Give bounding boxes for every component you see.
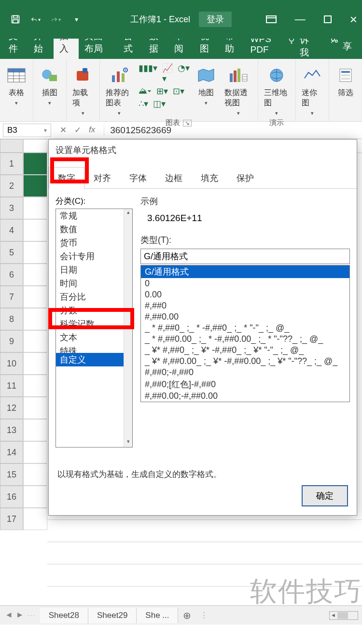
pivotchart-button[interactable]: 数据透视图 <box>223 63 253 118</box>
formula-input[interactable]: 360125623669 <box>104 125 362 136</box>
row-header[interactable]: 16 <box>0 486 23 508</box>
group-demo-label: 演示 <box>269 118 284 127</box>
row-header[interactable]: 9 <box>0 330 23 352</box>
row-header[interactable]: 5 <box>0 241 23 264</box>
type-item-selected[interactable]: G/通用格式 <box>141 266 349 278</box>
type-item[interactable]: _ ¥* #,##0.00_ ;_ ¥* -#,##0.00_ ;_ ¥* "-… <box>141 356 349 367</box>
row-header[interactable]: 17 <box>0 508 23 530</box>
dlg-tab-align[interactable]: 对齐 <box>84 167 120 189</box>
dlg-tab-number[interactable]: 数字 <box>49 167 84 189</box>
dlg-tab-fill[interactable]: 填充 <box>192 167 227 189</box>
svg-rect-27 <box>230 73 233 82</box>
category-item[interactable]: 会计专用 <box>56 250 132 263</box>
close-icon[interactable]: × <box>350 12 357 27</box>
type-item[interactable]: #,##0 <box>141 300 349 311</box>
tab-scroll-left-icon[interactable]: ◄ <box>5 610 13 620</box>
minimize-icon[interactable]: — <box>295 13 306 26</box>
shapes-icon <box>39 65 60 86</box>
tables-button[interactable]: 表格 <box>4 63 29 108</box>
line-chart-icon[interactable]: 📈▾ <box>162 63 173 84</box>
type-item[interactable]: _ ¥* #,##0_ ;_ ¥* -#,##0_ ;_ ¥* "-"_ ;_ … <box>141 345 349 356</box>
redo-icon[interactable]: ▾ <box>51 14 61 24</box>
bar-chart-icon[interactable]: ▮▮▮▾ <box>139 63 157 84</box>
undo-icon[interactable]: ▾ <box>31 14 41 24</box>
qat-customize-icon[interactable]: ▾ <box>71 14 81 24</box>
category-scrollbar[interactable]: ▴▾ <box>124 209 132 447</box>
add-sheet-icon[interactable]: ⊕ <box>178 610 196 621</box>
ok-button[interactable]: 确定 <box>302 485 348 506</box>
category-item[interactable]: 日期 <box>56 263 132 277</box>
type-item[interactable]: #,##0;[红色]-#,##0 <box>141 378 349 391</box>
category-item[interactable]: 数值 <box>56 223 132 236</box>
dlg-tab-protect[interactable]: 保护 <box>227 167 263 189</box>
sheet-tab[interactable]: Sheet28 <box>40 608 88 623</box>
dlg-tab-font[interactable]: 字体 <box>120 167 156 189</box>
row-header[interactable]: 10 <box>0 352 23 375</box>
category-item[interactable]: 科学记数 <box>56 317 132 331</box>
type-item[interactable]: _ * #,##0.00_ ;_ * -#,##0.00_ ;_ * "-"??… <box>141 334 349 345</box>
category-list[interactable]: 常规 数值 货币 会计专用 日期 时间 百分比 分数 科学记数 文本 特殊 自定… <box>56 209 133 448</box>
3dmap-button[interactable]: 三维地图 <box>262 63 292 118</box>
hierarchy-chart-icon[interactable]: ⊞▾ <box>156 86 168 97</box>
cancel-formula-icon[interactable]: ✕ <box>60 125 67 135</box>
category-item[interactable]: 特殊 <box>56 344 132 353</box>
type-item[interactable]: #,##0.00 <box>141 311 349 322</box>
type-item[interactable]: _ * #,##0_ ;_ * -#,##0_ ;_ * "-"_ ;_ @_ <box>141 322 349 334</box>
addins-button[interactable]: 加载项 <box>70 63 96 118</box>
maximize-icon[interactable] <box>324 15 332 23</box>
charts-dialog-launcher-icon[interactable]: ↘ <box>183 120 192 126</box>
illustrations-button[interactable]: 插图 <box>37 63 62 108</box>
combo-chart-icon[interactable]: ◫▾ <box>153 98 166 109</box>
select-all-corner[interactable] <box>0 139 23 153</box>
type-item[interactable]: #,##0;-#,##0 <box>141 367 349 378</box>
fx-icon[interactable]: fx <box>89 125 95 135</box>
sheet-tab[interactable]: Sheet29 <box>88 608 137 623</box>
sparklines-button[interactable]: 迷你图 <box>300 63 325 118</box>
category-item[interactable]: 百分比 <box>56 290 132 304</box>
name-box[interactable]: B3▾ <box>3 124 51 137</box>
category-item[interactable]: 文本 <box>56 331 132 344</box>
addins-icon <box>72 65 94 86</box>
row-header[interactable]: 2 <box>0 175 23 197</box>
row-header[interactable]: 7 <box>0 286 23 308</box>
type-item[interactable]: 0 <box>141 278 349 289</box>
scatter-chart-icon[interactable]: ∴▾ <box>139 98 148 109</box>
save-icon[interactable] <box>11 14 20 24</box>
chart-gallery[interactable]: ▮▮▮▾📈▾◔▾ ⛰▾⊞▾⊡▾ ∴▾◫▾ <box>139 63 190 109</box>
row-header[interactable]: 12 <box>0 397 23 419</box>
row-header[interactable]: 6 <box>0 264 23 286</box>
category-item-selected[interactable]: 自定义 <box>56 353 132 366</box>
row-header[interactable]: 13 <box>0 419 23 441</box>
category-item[interactable]: 分数 <box>56 304 132 317</box>
row-header[interactable]: 15 <box>0 463 23 486</box>
filter-button[interactable]: 筛选 <box>333 63 358 100</box>
category-item[interactable]: 货币 <box>56 236 132 250</box>
type-list[interactable]: G/通用格式 0 0.00 #,##0 #,##0.00 _ * #,##0_ … <box>140 265 350 402</box>
category-item[interactable]: 常规 <box>56 209 132 223</box>
row-header[interactable]: 4 <box>0 219 23 241</box>
horizontal-scrollbar[interactable] <box>329 611 358 620</box>
type-input[interactable]: G/通用格式 <box>140 249 350 264</box>
accept-formula-icon[interactable]: ✓ <box>74 125 81 135</box>
row-header[interactable]: 14 <box>0 441 23 463</box>
type-item[interactable]: #,##0.00;-#,##0.00 <box>141 391 349 402</box>
globe-icon <box>266 65 287 86</box>
area-chart-icon[interactable]: ⛰▾ <box>139 86 152 97</box>
row-header[interactable]: 11 <box>0 375 23 397</box>
login-button[interactable]: 登录 <box>199 12 232 27</box>
svg-rect-36 <box>341 71 350 73</box>
dlg-tab-border[interactable]: 边框 <box>156 167 192 189</box>
category-item[interactable]: 时间 <box>56 277 132 290</box>
recommended-charts-button[interactable]: 推荐的图表 <box>104 63 135 118</box>
tab-scroll-right-icon[interactable]: ► <box>16 610 24 620</box>
row-header[interactable]: 1 <box>0 153 23 175</box>
type-item[interactable]: 0.00 <box>141 289 349 300</box>
ribbon-display-icon[interactable] <box>266 15 277 23</box>
pie-chart-icon[interactable]: ◔▾ <box>178 63 190 84</box>
maps-button[interactable]: 地图 <box>194 63 219 108</box>
sheet-tab[interactable]: She ... <box>137 608 178 623</box>
stat-chart-icon[interactable]: ⊡▾ <box>173 86 184 97</box>
sheet-tab-bar: ◄ ► ⋯ Sheet28 Sheet29 She ... ⊕ ⋮ <box>0 605 362 625</box>
row-header[interactable]: 3 <box>0 197 23 219</box>
row-header[interactable]: 8 <box>0 308 23 330</box>
